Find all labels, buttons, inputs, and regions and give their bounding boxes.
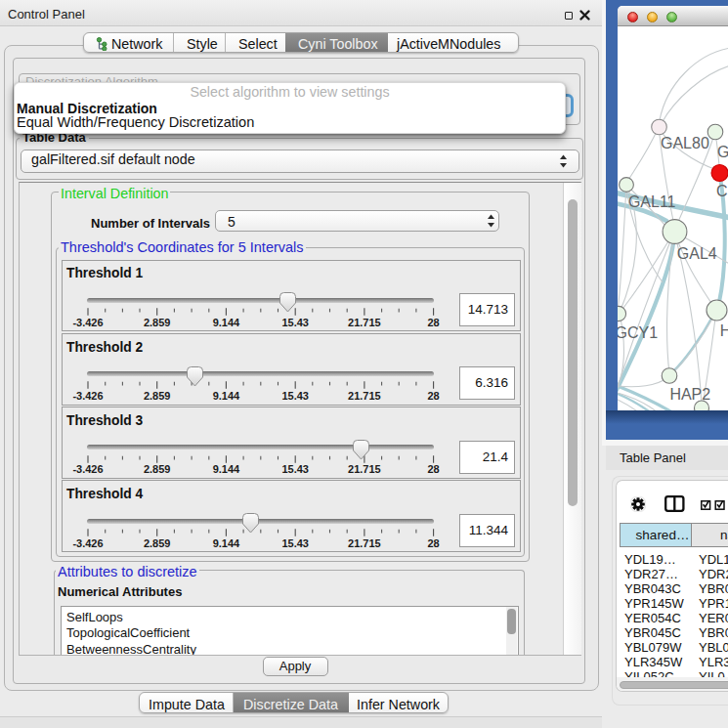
svg-text:GCY1: GCY1 (618, 324, 658, 341)
svg-text:GAL11: GAL11 (628, 193, 676, 210)
svg-text:G.: G. (717, 144, 728, 160)
svg-text:GAL4: GAL4 (677, 245, 717, 262)
svg-text:C: C (716, 183, 728, 199)
svg-text:HAP2: HAP2 (669, 386, 710, 403)
svg-text:GAL80: GAL80 (661, 135, 709, 151)
svg-text:H: H (720, 322, 728, 339)
